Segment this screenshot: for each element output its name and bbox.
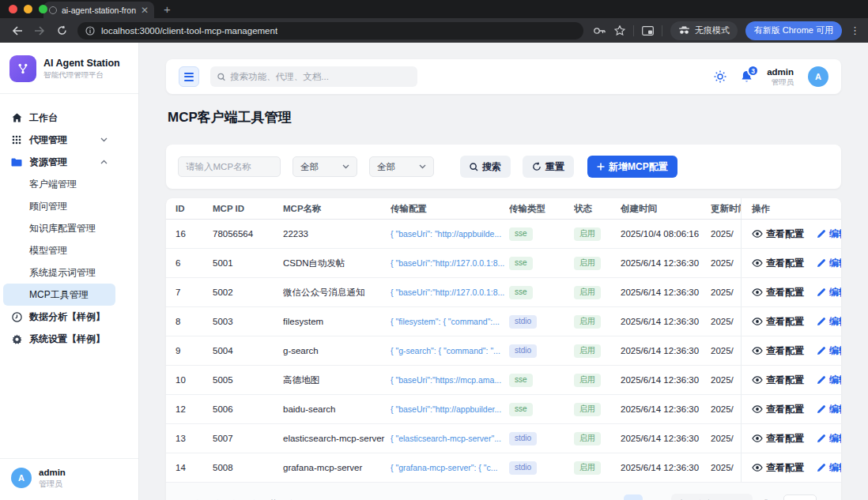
cell-actions: 查看配置 编辑 <box>741 453 841 482</box>
sidebar-item-system-settings[interactable]: 系统设置【样例】 <box>3 328 115 350</box>
table-body: 16 78056564 22233 { "baseUri": "http://a… <box>166 220 841 483</box>
config-link[interactable]: { "baseUri":"http://127.0.0.1:8... <box>391 258 509 268</box>
select-value: 全部 <box>377 161 395 173</box>
page-size-select[interactable]: 每页条数: 10 <box>671 494 753 500</box>
config-link[interactable]: { "baseUri":"https://mcp.ama... <box>391 375 509 385</box>
edit-button[interactable]: 编辑 <box>817 257 841 270</box>
search-icon <box>217 73 225 81</box>
config-link[interactable]: { "baseUri": "http://appbuilde... <box>391 229 509 239</box>
edit-button[interactable]: 编辑 <box>817 315 841 329</box>
window-minimize-button[interactable] <box>24 5 32 13</box>
reload-icon[interactable] <box>52 21 71 40</box>
sidebar-item-knowledgebase-management[interactable]: 知识库配置管理 <box>3 217 115 239</box>
pencil-icon <box>817 346 826 355</box>
table-header: ID MCP ID MCP名称 传输配置 传输类型 状态 创建时间 更新时间 操… <box>166 198 841 220</box>
sidebar-user-profile[interactable]: A admin 管理员 <box>0 458 138 500</box>
back-icon[interactable] <box>8 21 27 40</box>
sidebar-item-advisor-management[interactable]: 顾问管理 <box>3 195 115 217</box>
global-search-input[interactable] <box>230 72 410 81</box>
forward-icon[interactable] <box>30 21 49 40</box>
config-link[interactable]: { "grafana-mcp-server": { "c... <box>391 463 509 472</box>
edit-button[interactable]: 编辑 <box>817 286 841 299</box>
sidebar-item-model-management[interactable]: 模型管理 <box>3 239 115 261</box>
global-search[interactable] <box>210 66 417 87</box>
password-key-icon[interactable] <box>593 26 606 36</box>
view-config-button[interactable]: 查看配置 <box>752 374 804 387</box>
avatar[interactable]: A <box>808 66 828 87</box>
bookmark-star-icon[interactable] <box>614 25 625 36</box>
theme-sun-icon[interactable] <box>714 70 726 83</box>
sidebar-item-workbench[interactable]: 工作台 <box>3 107 115 129</box>
pencil-icon <box>817 434 826 443</box>
url-bar[interactable]: localhost:3000/client-tool-mcp-managemen… <box>77 22 583 39</box>
grid-icon <box>11 135 22 145</box>
edit-label: 编辑 <box>829 374 841 387</box>
view-config-button[interactable]: 查看配置 <box>752 432 804 445</box>
sidebar-item-resource-management[interactable]: 资源管理 <box>3 151 115 173</box>
view-config-button[interactable]: 查看配置 <box>752 227 804 241</box>
transport-type-badge: sse <box>509 286 533 299</box>
transport-type-badge: stdio <box>509 344 537 358</box>
cell-created-time: 2025/6/14 12:36:30 <box>621 258 711 268</box>
collapse-sidebar-icon[interactable] <box>179 66 199 87</box>
tab-strip: ai-agent-station-front ✕ + <box>0 0 868 18</box>
edit-button[interactable]: 编辑 <box>817 227 841 241</box>
edit-button[interactable]: 编辑 <box>817 461 841 475</box>
browser-menu-icon[interactable]: ⋮ <box>850 24 860 36</box>
page-number-button[interactable]: 1 <box>624 494 643 500</box>
sidebar-item-agent-management[interactable]: 代理管理 <box>3 129 115 151</box>
search-button[interactable]: 搜索 <box>460 156 511 178</box>
edit-label: 编辑 <box>829 227 841 241</box>
site-info-icon[interactable] <box>85 26 95 36</box>
edit-label: 编辑 <box>829 432 841 445</box>
transport-type-badge: stdio <box>509 432 537 445</box>
incognito-label: 无痕模式 <box>695 24 730 36</box>
tab-close-icon[interactable]: ✕ <box>141 6 149 15</box>
edit-button[interactable]: 编辑 <box>817 374 841 387</box>
view-config-button[interactable]: 查看配置 <box>752 344 804 358</box>
config-link[interactable]: { "elasticsearch-mcp-server"... <box>391 434 509 443</box>
chevron-down-icon <box>342 164 349 169</box>
new-tab-button[interactable]: + <box>164 2 171 18</box>
edit-button[interactable]: 编辑 <box>817 344 841 358</box>
transport-type-select[interactable]: 全部 <box>292 156 357 177</box>
config-link[interactable]: { "baseUri":"http://appbuilder... <box>391 404 509 414</box>
view-config-button[interactable]: 查看配置 <box>752 257 804 270</box>
user-role: 管理员 <box>39 479 66 489</box>
header-user-info: admin 管理员 <box>767 66 794 87</box>
status-badge: 启用 <box>574 315 601 329</box>
sidebar-item-system-prompt-management[interactable]: 系统提示词管理 <box>3 261 115 284</box>
tab-search-panel-icon[interactable] <box>642 26 654 36</box>
browser-tab[interactable]: ai-agent-station-front ✕ <box>43 2 154 18</box>
window-close-button[interactable] <box>9 5 17 13</box>
view-config-button[interactable]: 查看配置 <box>752 286 804 299</box>
chrome-update-button[interactable]: 有新版 Chrome 可用 <box>745 21 842 40</box>
browser-toolbar: localhost:3000/client-tool-mcp-managemen… <box>0 18 868 43</box>
status-select[interactable]: 全部 <box>369 156 434 177</box>
notifications-button[interactable]: 3 <box>741 70 753 83</box>
sidebar-item-data-analysis[interactable]: 数据分析【样例】 <box>3 306 115 328</box>
page-jump-input[interactable] <box>783 494 817 500</box>
table-row: 16 78056564 22233 { "baseUri": "http://a… <box>166 220 841 249</box>
mcp-name-input[interactable] <box>178 156 281 177</box>
plus-icon <box>597 163 605 171</box>
column-header-mcp-id: MCP ID <box>213 204 283 213</box>
edit-button[interactable]: 编辑 <box>817 403 841 416</box>
sidebar-item-client-management[interactable]: 客户端管理 <box>3 173 115 195</box>
window-zoom-button[interactable] <box>39 5 47 13</box>
config-link[interactable]: { "baseUri":"http://127.0.0.1:8... <box>391 288 509 297</box>
view-config-button[interactable]: 查看配置 <box>752 315 804 329</box>
table-footer: 显示第 1 条 - 第 9 条，共 9 条 ‹ 1 › 每页条数: 10 跳至 … <box>166 483 841 500</box>
sidebar-item-label: 数据分析【样例】 <box>29 310 105 324</box>
config-link[interactable]: { "filesystem": { "command":... <box>391 317 509 326</box>
reset-button[interactable]: 重置 <box>523 156 574 178</box>
edit-button[interactable]: 编辑 <box>817 432 841 445</box>
view-config-button[interactable]: 查看配置 <box>752 461 804 475</box>
cell-id: 8 <box>166 317 213 326</box>
cell-actions: 查看配置 编辑 <box>741 395 841 423</box>
sidebar-item-mcp-tool-management[interactable]: MCP工具管理 <box>3 284 115 306</box>
add-mcp-config-button[interactable]: 新增MCP配置 <box>587 156 677 178</box>
config-link[interactable]: { "g-search": { "command": "... <box>391 346 509 355</box>
view-config-button[interactable]: 查看配置 <box>752 403 804 416</box>
chevron-down-icon <box>419 164 426 169</box>
